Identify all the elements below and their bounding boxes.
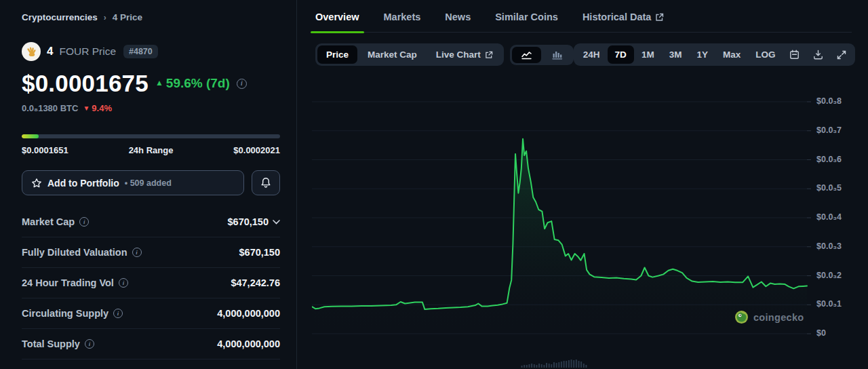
range-1y-button[interactable]: 1Y [689,45,715,64]
bar-chart-icon [551,50,563,60]
external-link-icon [485,51,493,59]
stat-row-market-cap: Market Capi $670,150 [22,207,280,237]
log-scale-button[interactable]: LOG [748,45,783,64]
range-low: $0.0001651 [22,145,68,155]
live-chart-button[interactable]: Live Chart [427,45,502,64]
range-24h: $0.0001651 24h Range $0.0002021 [22,134,280,155]
breadcrumb-current: 4 Price [113,12,142,22]
price-usd: $0.0001675 [22,70,149,97]
stat-row-total-supply: Total Supplyi 4,000,000,000 [22,329,280,360]
arrow-up-icon: ▲ [155,78,163,88]
stat-row-fdv: Fully Diluted Valuationi $670,150 [22,237,280,268]
info-icon[interactable]: i [79,217,89,227]
info-icon[interactable]: i [237,79,247,89]
range-toggle: 24H 7D 1M 3M 1Y Max LOG [574,43,856,66]
y-axis-labels: $0$0.0₃1$0.0₃2$0.0₃3$0.0₃4$0.0₃5$0.0₃6$0… [816,71,865,369]
stats-table: Market Capi $670,150 Fully Diluted Valua… [22,207,280,369]
btc-price-row: 0.0₈1380 BTC ▼ 9.4% [22,103,280,113]
metric-price-button[interactable]: Price [317,45,357,64]
watermark-text: coingecko [753,312,804,323]
tab-historical-data[interactable]: Historical Data [583,12,665,32]
range-24h-button[interactable]: 24H [576,45,608,64]
volume-value: $47,242.76 [231,277,280,288]
stat-row-circulating-supply: Circulating Supplyi 4,000,000,000 [22,298,280,329]
bar-chart-button[interactable] [542,47,572,63]
coingecko-logo-icon [734,310,749,324]
calendar-icon [789,50,800,60]
market-cap-value[interactable]: $670,150 [228,216,280,227]
tab-similar-coins[interactable]: Similar Coins [495,12,558,32]
breadcrumb-cryptocurrencies[interactable]: Cryptocurrencies [22,12,98,22]
stat-row-max-supply: Max Supplyi 4,000,000,000 [22,360,280,369]
range-high: $0.0002021 [233,145,280,155]
tab-overview[interactable]: Overview [315,12,359,32]
total-supply-value: 4,000,000,000 [217,338,280,349]
breadcrumb: Cryptocurrencies › 4 Price [22,12,280,22]
price-chart: $0$0.0₃1$0.0₃2$0.0₃3$0.0₃4$0.0₃5$0.0₃6$0… [297,71,868,369]
info-icon[interactable]: i [113,309,123,318]
price-row: $0.0001675 ▲ 59.6% (7d) i [22,70,280,97]
range-fill [22,134,39,138]
fdv-value: $670,150 [239,247,280,258]
bell-icon [260,177,271,189]
external-link-icon [655,13,664,22]
rank-badge: #4870 [123,45,158,58]
range-track [22,134,280,138]
range-3m-button[interactable]: 3M [662,45,690,64]
download-button[interactable] [806,46,830,63]
line-chart-icon [521,50,532,60]
price-alert-button[interactable] [252,170,280,195]
range-1m-button[interactable]: 1M [634,45,662,64]
fullscreen-button[interactable] [830,47,853,63]
chevron-down-icon [273,220,280,225]
metric-market-cap-button[interactable]: Market Cap [359,45,426,64]
star-icon [31,178,42,189]
expand-icon [837,50,846,60]
breadcrumb-separator-icon: › [104,13,106,22]
coin-name: FOUR Price [59,45,116,58]
portfolio-count: 509 added [130,178,172,188]
chart-controls: Price Market Cap Live Chart [315,43,852,66]
chart-type-toggle [510,45,574,65]
coin-logo [22,42,41,61]
info-icon[interactable]: i [85,339,94,349]
chart-panel: Overview Markets News Similar Coins Hist… [297,0,868,369]
range-max-button[interactable]: Max [715,45,748,64]
section-tabbar: Overview Markets News Similar Coins Hist… [315,0,852,33]
price-chart-svg[interactable] [312,71,814,369]
range-label: 24h Range [129,145,174,155]
add-to-portfolio-button[interactable]: Add to Portfolio • 509 added [22,170,244,195]
date-range-button[interactable] [783,46,806,63]
circulating-supply-value: 4,000,000,000 [217,308,280,319]
metric-toggle: Price Market Cap Live Chart [315,43,504,66]
stat-row-volume: 24 Hour Trading Voli $47,242.76 [22,268,280,298]
range-7d-button[interactable]: 7D [608,45,634,64]
info-icon[interactable]: i [132,248,142,257]
portfolio-label: Add to Portfolio [47,178,119,189]
hand-icon [25,45,37,58]
price-change-7d: ▲ 59.6% (7d) [155,76,230,91]
coin-summary-panel: Cryptocurrencies › 4 Price 4 FOUR Price … [0,0,296,369]
line-chart-button[interactable] [512,47,541,63]
arrow-down-icon: ▼ [83,104,90,112]
download-icon [813,50,823,60]
info-icon[interactable]: i [119,278,128,288]
btc-change: ▼ 9.4% [83,103,112,113]
coin-header: 4 FOUR Price #4870 [22,42,280,61]
price-btc: 0.0₈1380 BTC [22,103,78,113]
watermark: coingecko [734,310,804,324]
tab-markets[interactable]: Markets [384,12,421,32]
tab-news[interactable]: News [445,12,471,32]
coin-ticker: 4 [47,45,53,58]
